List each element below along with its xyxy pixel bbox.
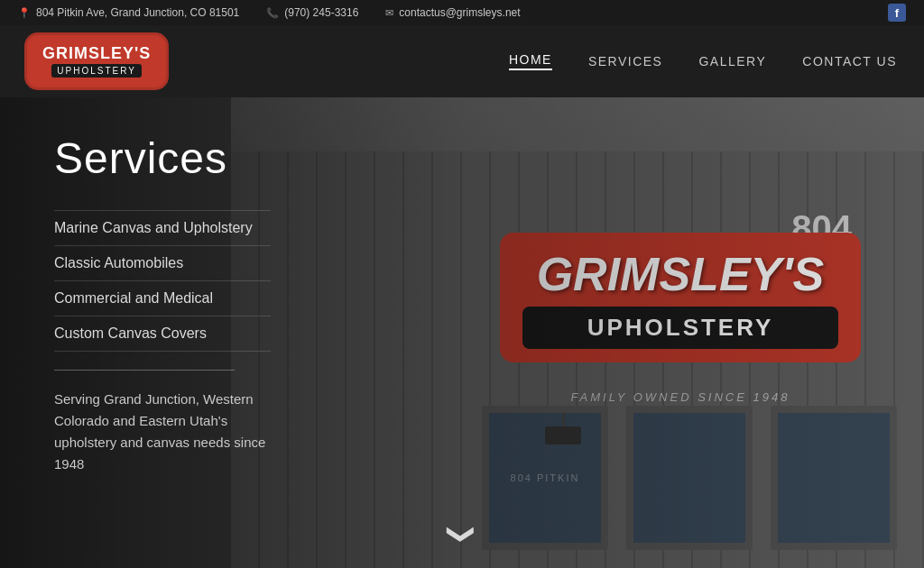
services-heading: Services xyxy=(54,133,271,183)
phone-item: 📞 (970) 245-3316 xyxy=(266,6,358,19)
navbar: GRIMSLEY'S UPHOLSTERY HOME SERVICES GALL… xyxy=(0,25,924,97)
nav-home[interactable]: HOME xyxy=(509,52,552,70)
service-item-marine[interactable]: Marine Canvas and Upholstery xyxy=(54,210,271,246)
scroll-indicator[interactable]: ❯ xyxy=(451,518,474,550)
top-bar: 📍 804 Pitkin Ave, Grand Junction, CO 815… xyxy=(0,0,924,25)
chevron-down-icon: ❯ xyxy=(447,523,478,545)
hero-content: Services Marine Canvas and Upholstery Cl… xyxy=(0,97,325,511)
logo-top: GRIMSLEY'S xyxy=(42,45,151,63)
service-item-commercial[interactable]: Commercial and Medical xyxy=(54,281,271,316)
logo-bottom: UPHOLSTERY xyxy=(51,64,142,78)
location-icon: 📍 xyxy=(18,7,31,19)
phone-icon: 📞 xyxy=(266,7,279,19)
hero-section: 804 PITKIN GRIMSLEY'S UPHOLSTERY FAMILY … xyxy=(0,97,924,568)
facebook-icon[interactable]: f xyxy=(888,4,906,22)
address-text: 804 Pitkin Ave, Grand Junction, CO 81501 xyxy=(36,6,239,19)
email-icon: ✉ xyxy=(385,7,393,19)
logo-badge: GRIMSLEY'S UPHOLSTERY xyxy=(27,35,166,88)
address-item: 📍 804 Pitkin Ave, Grand Junction, CO 815… xyxy=(18,6,239,19)
nav-contact[interactable]: CONTACT US xyxy=(802,54,897,69)
service-item-auto[interactable]: Classic Automobiles xyxy=(54,246,271,281)
logo[interactable]: GRIMSLEY'S UPHOLSTERY xyxy=(27,35,166,88)
service-item-canvas[interactable]: Custom Canvas Covers xyxy=(54,316,271,352)
nav-gallery[interactable]: GALLERY xyxy=(698,54,766,69)
phone-text: (970) 245-3316 xyxy=(284,6,358,19)
services-list: Marine Canvas and Upholstery Classic Aut… xyxy=(54,210,271,352)
email-item: ✉ contactus@grimsleys.net xyxy=(385,6,520,19)
social-area: f xyxy=(888,4,906,22)
divider xyxy=(54,370,235,371)
nav-services[interactable]: SERVICES xyxy=(588,54,663,69)
nav-links: HOME SERVICES GALLERY CONTACT US xyxy=(509,52,897,70)
hero-description: Serving Grand Junction, Western Colorado… xyxy=(54,389,271,475)
email-text: contactus@grimsleys.net xyxy=(399,6,520,19)
